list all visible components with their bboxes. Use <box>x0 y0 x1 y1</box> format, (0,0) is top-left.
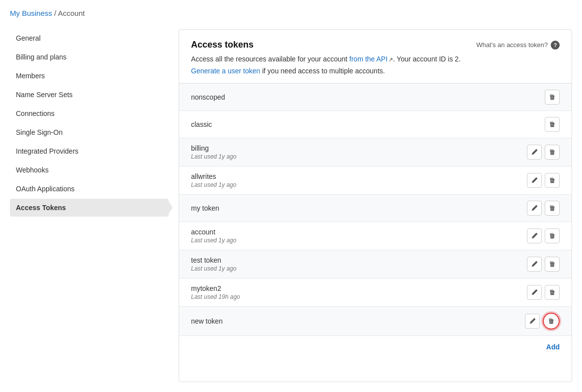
token-actions <box>527 201 560 216</box>
delete-token-button[interactable] <box>545 173 560 188</box>
delete-token-button[interactable] <box>545 257 560 272</box>
delete-token-button[interactable] <box>545 285 560 300</box>
sidebar-item-billing[interactable]: Billing and plans <box>10 48 169 66</box>
delete-token-button[interactable] <box>545 228 560 243</box>
breadcrumb-page: Account <box>58 9 85 17</box>
token-name: account <box>191 228 527 236</box>
main-layout: GeneralBilling and plansMembersName Serv… <box>0 24 582 392</box>
external-icon: ↗ <box>388 56 393 62</box>
token-info: nonscoped <box>191 93 545 101</box>
edit-token-button[interactable] <box>527 173 542 188</box>
content-header-top: Access tokens What's an access token? ? <box>191 40 560 50</box>
generate-token-link[interactable]: Generate a user token <box>191 67 260 75</box>
add-button[interactable]: Add <box>546 343 560 351</box>
delete-token-button[interactable] <box>543 313 560 330</box>
token-info: allwritesLast used 1y ago <box>191 172 527 188</box>
token-actions <box>527 257 560 272</box>
token-last-used: Last used 1y ago <box>191 265 527 272</box>
token-info: new token <box>191 317 525 325</box>
token-last-used: Last used 1y ago <box>191 237 527 244</box>
desc1-suffix: . Your account ID is 2. <box>393 55 460 63</box>
token-name: classic <box>191 120 545 128</box>
sidebar-item-general[interactable]: General <box>10 29 169 47</box>
token-name: allwrites <box>191 172 527 180</box>
content-header: Access tokens What's an access token? ? … <box>179 30 572 83</box>
token-row: classic <box>179 111 572 138</box>
delete-token-button[interactable] <box>545 90 560 105</box>
token-actions <box>527 285 560 300</box>
edit-token-button[interactable] <box>527 201 542 216</box>
sidebar: GeneralBilling and plansMembersName Serv… <box>10 29 179 382</box>
breadcrumb-business[interactable]: My Business <box>10 9 52 17</box>
breadcrumb-separator: / <box>52 9 58 17</box>
delete-token-button[interactable] <box>545 201 560 216</box>
token-row: accountLast used 1y ago <box>179 222 572 250</box>
token-actions <box>527 145 560 160</box>
api-description: Access all the resources available for y… <box>191 55 560 63</box>
sidebar-item-oauth[interactable]: OAuth Applications <box>10 180 169 198</box>
token-actions <box>525 313 560 330</box>
breadcrumb: My Business / Account <box>0 0 582 24</box>
token-name: mytoken2 <box>191 284 527 292</box>
token-info: accountLast used 1y ago <box>191 228 527 244</box>
user-token-desc: Generate a user token if you need access… <box>191 67 560 75</box>
help-link[interactable]: What's an access token? ? <box>476 41 560 50</box>
token-info: my token <box>191 204 527 212</box>
delete-token-button[interactable] <box>545 145 560 160</box>
delete-token-button[interactable] <box>545 117 560 132</box>
token-list: nonscopedclassicbillingLast used 1y agoa… <box>179 83 572 336</box>
edit-token-button[interactable] <box>527 285 542 300</box>
page-container: My Business / Account GeneralBilling and… <box>0 0 582 392</box>
sidebar-item-sso[interactable]: Single Sign-On <box>10 123 169 141</box>
token-actions <box>545 90 560 105</box>
token-last-used: Last used 1y ago <box>191 153 527 160</box>
token-row: billingLast used 1y ago <box>179 138 572 167</box>
token-row: nonscoped <box>179 84 572 111</box>
help-icon: ? <box>551 41 560 50</box>
token-name: new token <box>191 317 525 325</box>
token-actions <box>545 117 560 132</box>
content-panel: Access tokens What's an access token? ? … <box>179 29 572 382</box>
edit-token-button[interactable] <box>527 145 542 160</box>
edit-token-button[interactable] <box>527 257 542 272</box>
sidebar-item-webhooks[interactable]: Webhooks <box>10 161 169 179</box>
sidebar-item-nameservers[interactable]: Name Server Sets <box>10 86 169 104</box>
desc2-suffix: if you need access to multiple accounts. <box>260 67 385 75</box>
token-row: allwritesLast used 1y ago <box>179 167 572 195</box>
token-info: test tokenLast used 1y ago <box>191 256 527 272</box>
token-actions <box>527 228 560 243</box>
token-row: mytoken2Last used 19h ago <box>179 279 572 307</box>
token-info: billingLast used 1y ago <box>191 144 527 160</box>
token-name: nonscoped <box>191 93 545 101</box>
token-info: classic <box>191 120 545 128</box>
token-row: new token <box>179 307 572 336</box>
page-title: Access tokens <box>191 40 254 50</box>
token-actions <box>527 173 560 188</box>
token-info: mytoken2Last used 19h ago <box>191 284 527 300</box>
api-link[interactable]: from the API <box>349 55 388 63</box>
edit-token-button[interactable] <box>525 314 540 329</box>
sidebar-item-providers[interactable]: Integrated Providers <box>10 142 169 160</box>
token-last-used: Last used 1y ago <box>191 181 527 188</box>
sidebar-item-members[interactable]: Members <box>10 67 169 85</box>
token-name: test token <box>191 256 527 264</box>
sidebar-item-access-tokens[interactable]: Access Tokens <box>10 199 169 217</box>
token-row: test tokenLast used 1y ago <box>179 250 572 279</box>
token-last-used: Last used 19h ago <box>191 293 527 300</box>
token-row: my token <box>179 195 572 222</box>
desc1-prefix: Access all the resources available for y… <box>191 55 349 63</box>
token-name: billing <box>191 144 527 152</box>
help-link-text: What's an access token? <box>476 41 548 49</box>
sidebar-item-connections[interactable]: Connections <box>10 105 169 122</box>
content-footer: Add <box>179 336 572 358</box>
edit-token-button[interactable] <box>527 228 542 243</box>
token-name: my token <box>191 204 527 212</box>
